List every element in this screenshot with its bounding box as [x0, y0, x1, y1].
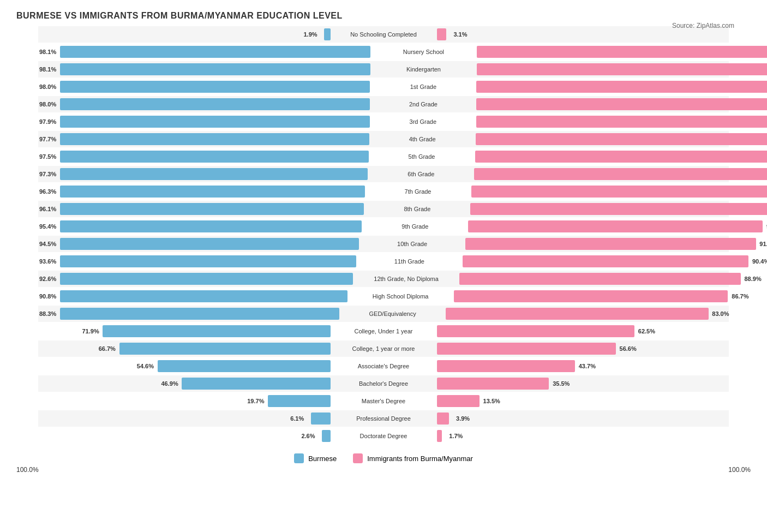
pink-bar: 43.7%	[437, 360, 575, 372]
left-bars-section: 94.5%	[38, 236, 359, 252]
legend-blue-box	[294, 453, 304, 463]
right-bars-section: 90.4%	[463, 253, 767, 270]
left-bars-section: 90.8%	[38, 288, 347, 304]
pink-bar: 90.4%	[463, 255, 748, 267]
right-bars-section: 94.1%	[470, 201, 767, 217]
blue-bar: 98.0%	[60, 81, 370, 93]
right-bars-section: 43.7%	[437, 358, 729, 374]
category-label: High School Diploma	[347, 293, 454, 300]
left-value: 97.3%	[39, 171, 56, 177]
category-label: 7th Grade	[365, 188, 471, 195]
pink-bar: 62.5%	[437, 325, 635, 337]
pink-bar: 91.8%	[465, 238, 756, 250]
left-value: 95.4%	[39, 223, 56, 230]
blue-bar: 71.9%	[103, 325, 330, 337]
left-value: 98.1%	[39, 49, 56, 55]
left-value: 71.9%	[82, 328, 99, 334]
chart-row: 54.6% Associate's Degree 43.7%	[38, 358, 729, 374]
chart-row: 94.5% 10th Grade 91.8%	[38, 236, 729, 252]
chart-row: 46.9% Bachelor's Degree 35.5%	[38, 375, 729, 392]
left-value: 97.7%	[39, 136, 56, 142]
right-bars-section: 3.9%	[437, 410, 729, 427]
right-value: 91.8%	[759, 241, 767, 247]
chart-row: 96.1% 8th Grade 94.1%	[38, 201, 729, 217]
category-label: 1st Grade	[370, 83, 476, 90]
chart-row: 93.6% 11th Grade 90.4%	[38, 253, 729, 270]
source-label: Source: ZipAtlas.com	[672, 22, 734, 29]
blue-bar: 97.9%	[60, 116, 370, 128]
category-label: Associate's Degree	[331, 363, 437, 369]
left-bars-section: 97.3%	[38, 166, 368, 182]
pink-bar: 96.8%	[476, 81, 767, 93]
left-bars-section: 66.7%	[38, 340, 331, 357]
right-value: 90.4%	[752, 258, 767, 265]
chart-row: 97.7% 4th Grade 96.3%	[38, 131, 729, 147]
pink-bar: 94.5%	[471, 186, 767, 198]
blue-bar: 98.1%	[60, 46, 370, 58]
blue-bar: 95.4%	[60, 220, 362, 232]
left-value: 90.8%	[39, 293, 56, 300]
right-bars-section: 96.7%	[476, 96, 767, 112]
chart-row: 98.1% Nursery School 96.9%	[38, 44, 729, 60]
blue-bar: 90.8%	[60, 290, 347, 302]
category-label: College, Under 1 year	[331, 328, 437, 334]
blue-bar: 93.6%	[60, 255, 356, 267]
bottom-left-label: 100.0%	[16, 466, 39, 474]
pink-bar: 3.1%	[437, 28, 447, 40]
pink-bar: 96.7%	[476, 98, 767, 110]
legend-blue-label: Burmese	[308, 455, 337, 463]
right-bars-section: 1.7%	[437, 428, 729, 444]
chart-row: 98.1% Kindergarten 96.8%	[38, 61, 729, 77]
left-bars-section: 97.7%	[38, 131, 369, 147]
left-bars-section: 1.9%	[38, 26, 331, 43]
right-bars-section: 96.3%	[476, 131, 767, 147]
category-label: 3rd Grade	[370, 118, 476, 125]
chart-row: 98.0% 1st Grade 96.8%	[38, 79, 729, 95]
left-bars-section: 88.3%	[38, 306, 339, 322]
chart-row: 97.9% 3rd Grade 96.6%	[38, 113, 729, 130]
pink-bar: 96.8%	[477, 63, 767, 75]
blue-bar: 97.7%	[60, 133, 369, 145]
right-bars-section: 56.6%	[437, 340, 729, 357]
left-value: 96.3%	[39, 188, 56, 195]
pink-bar: 93.1%	[468, 220, 763, 232]
right-bars-section: 96.8%	[477, 61, 767, 77]
category-label: Professional Degree	[331, 415, 437, 422]
category-label: 6th Grade	[368, 171, 474, 177]
pink-bar: 96.1%	[475, 151, 768, 163]
right-value: 43.7%	[579, 363, 596, 369]
left-value: 6.1%	[290, 415, 304, 422]
blue-bar: 96.1%	[60, 203, 364, 215]
right-value: 3.1%	[453, 31, 467, 38]
right-bars-section: 96.8%	[476, 79, 767, 95]
pink-bar: 94.1%	[470, 203, 767, 215]
category-label: 2nd Grade	[370, 101, 476, 107]
left-value: 93.6%	[39, 258, 56, 265]
left-value: 2.6%	[301, 433, 315, 439]
left-value: 97.5%	[39, 153, 56, 160]
chart-row: 97.3% 6th Grade 95.7%	[38, 166, 729, 182]
blue-bar: 2.6%	[322, 430, 330, 442]
right-value: 1.7%	[449, 433, 463, 439]
left-bars-section: 97.5%	[38, 148, 369, 165]
pink-bar: 96.6%	[476, 116, 767, 128]
category-label: 11th Grade	[356, 258, 463, 265]
right-bars-section: 93.1%	[468, 218, 767, 235]
chart-row: 19.7% Master's Degree 13.5%	[38, 393, 729, 409]
pink-bar: 95.7%	[474, 168, 767, 180]
blue-bar: 19.7%	[268, 395, 330, 407]
pink-bar: 56.6%	[437, 343, 616, 355]
left-bars-section: 19.7%	[38, 393, 331, 409]
blue-bar: 1.9%	[324, 28, 330, 40]
left-value: 94.5%	[39, 241, 56, 247]
category-label: 9th Grade	[362, 223, 468, 230]
right-bars-section: 13.5%	[437, 393, 729, 409]
left-bars-section: 92.6%	[38, 271, 353, 287]
category-label: Master's Degree	[331, 398, 437, 404]
category-label: 4th Grade	[369, 136, 476, 142]
pink-bar: 35.5%	[437, 378, 549, 390]
category-label: 5th Grade	[369, 153, 475, 160]
category-label: No Schooling Completed	[331, 31, 437, 38]
right-value: 3.9%	[456, 415, 470, 422]
blue-bar: 6.1%	[311, 413, 330, 425]
